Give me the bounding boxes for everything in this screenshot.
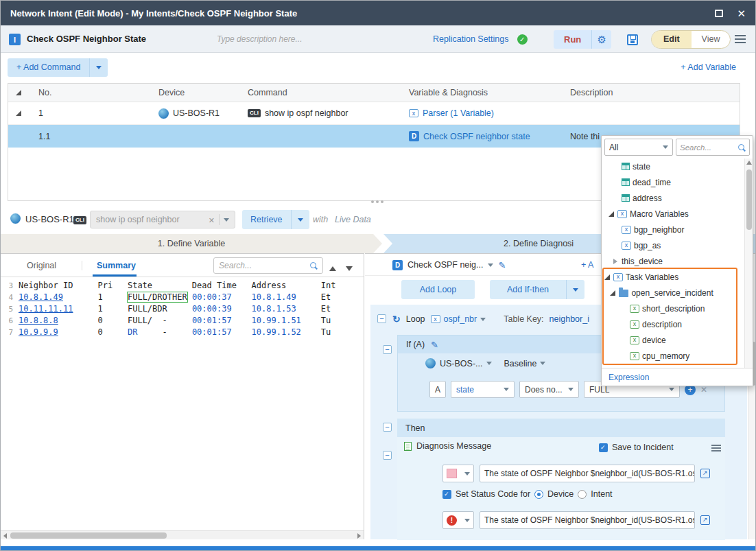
add-loop-button[interactable]: Add Loop xyxy=(401,280,475,299)
chevron-down-icon[interactable] xyxy=(488,263,493,267)
run-button[interactable]: Run xyxy=(554,30,591,49)
collapse-diagnosis-button[interactable] xyxy=(383,451,392,460)
save-button[interactable] xyxy=(622,30,643,49)
variable-item-label: open_service_incident xyxy=(631,288,713,298)
view-tab[interactable]: View xyxy=(692,31,731,48)
message-input[interactable]: The state of OSPF Neighbor $neighbor_id(… xyxy=(480,465,695,482)
variable-search-input[interactable]: Search... xyxy=(676,139,750,156)
close-icon[interactable] xyxy=(737,8,746,19)
add-command-button[interactable]: + Add Command xyxy=(8,58,108,77)
diagnosis-link[interactable]: Check OSPF neighbor state xyxy=(423,132,530,141)
variable-item[interactable]: short_description xyxy=(602,301,744,316)
edit-icon[interactable] xyxy=(498,260,506,270)
device-name: US-BOS-R1 xyxy=(25,207,74,233)
save-to-incident-checkbox[interactable] xyxy=(599,443,608,452)
severity-color-dropdown[interactable] xyxy=(442,465,474,482)
collapse-loop-button[interactable] xyxy=(377,314,386,323)
variable-item[interactable]: Task Variables xyxy=(602,269,744,285)
diagnosis-selector[interactable]: Check OSPF neig... xyxy=(407,260,483,270)
expand-message-icon[interactable] xyxy=(700,515,710,525)
command-row[interactable]: 1 US-BOS-R1 CLIshow ip ospf neighbor Par… xyxy=(8,102,740,125)
retrieve-dropdown[interactable] xyxy=(291,210,309,229)
device-radio[interactable] xyxy=(534,490,543,499)
add-if-then-dropdown[interactable] xyxy=(566,280,584,299)
condition-operator-select[interactable]: Does no... xyxy=(519,381,579,398)
collapsed-icon[interactable] xyxy=(613,259,617,264)
add-variable-link[interactable]: + Add Variable xyxy=(681,58,736,77)
status-message-input[interactable]: The state of OSPF Neighbor $neighbor_id(… xyxy=(480,511,695,529)
description-input[interactable]: Type description here... xyxy=(217,25,303,53)
condition-field-select[interactable]: state xyxy=(451,381,515,398)
parser-icon xyxy=(409,109,418,117)
variable-item[interactable]: open_service_incident xyxy=(602,285,744,301)
variable-item[interactable]: address xyxy=(602,190,744,206)
variable-item[interactable]: bgp_neighbor xyxy=(602,222,744,237)
status-icon-dropdown[interactable] xyxy=(442,511,474,529)
expression-link[interactable]: Expression xyxy=(602,368,753,386)
popup-scrollbar[interactable] xyxy=(744,159,753,368)
expanded-icon[interactable] xyxy=(609,211,614,217)
variable-item[interactable]: cpu_memory xyxy=(602,348,744,364)
variable-item[interactable]: this_device xyxy=(602,253,744,269)
variable-item[interactable]: description xyxy=(602,316,744,332)
variable-item[interactable]: dead_time xyxy=(602,174,744,190)
loop-variable-dropdown[interactable]: ospf_nbr xyxy=(431,314,486,324)
table-column-icon xyxy=(622,163,630,170)
chevron-down-icon[interactable] xyxy=(224,218,229,222)
step-define-variable[interactable]: 1. Define Variable xyxy=(1,234,382,253)
hamburger-icon xyxy=(735,35,746,36)
save-to-incident-label: Save to Incident xyxy=(612,443,674,452)
set-status-code-checkbox[interactable] xyxy=(442,490,451,499)
variable-item[interactable]: Macro Variables xyxy=(602,206,744,222)
device-dropdown[interactable]: US-BOS-... xyxy=(440,359,492,368)
intent-radio[interactable] xyxy=(578,490,587,499)
collapse-if-button[interactable] xyxy=(383,345,392,354)
variable-item[interactable]: device xyxy=(602,332,744,348)
add-command-dropdown[interactable] xyxy=(89,58,108,77)
previous-match-button[interactable] xyxy=(329,263,336,273)
add-if-then-button[interactable]: Add If-then xyxy=(490,280,584,299)
folder-icon xyxy=(619,290,628,297)
scroll-left-icon[interactable] xyxy=(1,531,10,540)
menu-button[interactable] xyxy=(735,35,746,43)
splitter-handle[interactable] xyxy=(371,200,374,203)
edit-tab[interactable]: Edit xyxy=(652,31,692,48)
scrollbar-thumb[interactable] xyxy=(10,532,167,539)
variable-filter-select[interactable]: All xyxy=(604,139,673,156)
edit-icon[interactable] xyxy=(431,340,438,350)
chevron-down-icon xyxy=(573,288,578,292)
tab-summary[interactable]: Summary xyxy=(97,254,136,277)
col-no: No. xyxy=(29,88,149,97)
expand-all-icon[interactable] xyxy=(16,90,21,95)
condition-letter: A xyxy=(429,381,446,398)
command-text: show ip ospf neighbor xyxy=(96,215,204,224)
maximize-restore-icon[interactable] xyxy=(715,10,723,17)
expanded-icon[interactable] xyxy=(610,290,615,296)
tab-original[interactable]: Original xyxy=(27,254,56,277)
scrollbar-thumb[interactable] xyxy=(746,169,752,230)
variable-item[interactable]: bgp_as xyxy=(602,237,744,253)
scroll-right-icon[interactable] xyxy=(355,531,364,540)
baseline-dropdown[interactable]: Baseline xyxy=(504,359,546,368)
next-match-button[interactable] xyxy=(346,263,353,273)
horizontal-scrollbar[interactable] xyxy=(1,530,364,539)
variable-item[interactable]: state xyxy=(602,159,744,174)
scroll-up-icon[interactable] xyxy=(746,161,752,165)
run-settings-button[interactable] xyxy=(591,30,611,49)
retrieve-button[interactable]: Retrieve xyxy=(242,210,291,229)
replication-settings-link[interactable]: Replication Settings xyxy=(433,25,508,53)
clear-icon[interactable] xyxy=(209,215,215,225)
cli-output-area[interactable]: 3Neighbor ID Pri State Dead Time Address… xyxy=(1,277,364,530)
expand-message-icon[interactable] xyxy=(700,469,710,478)
message-menu-icon[interactable] xyxy=(711,444,721,452)
collapse-then-button[interactable] xyxy=(383,423,392,432)
add-diagnosis-link[interactable]: + A xyxy=(581,254,593,276)
save-icon xyxy=(627,34,638,45)
expanded-icon[interactable] xyxy=(604,274,610,280)
table-key-label: Table Key: xyxy=(504,314,543,324)
parser-link[interactable]: Parser (1 Variable) xyxy=(423,108,494,118)
diagnosis-message-title: Diagnosis Message xyxy=(416,441,491,451)
collapse-row-icon[interactable] xyxy=(16,110,21,116)
command-input[interactable]: show ip ospf neighbor xyxy=(90,211,235,228)
variable-search-input[interactable]: Search... xyxy=(213,257,323,274)
